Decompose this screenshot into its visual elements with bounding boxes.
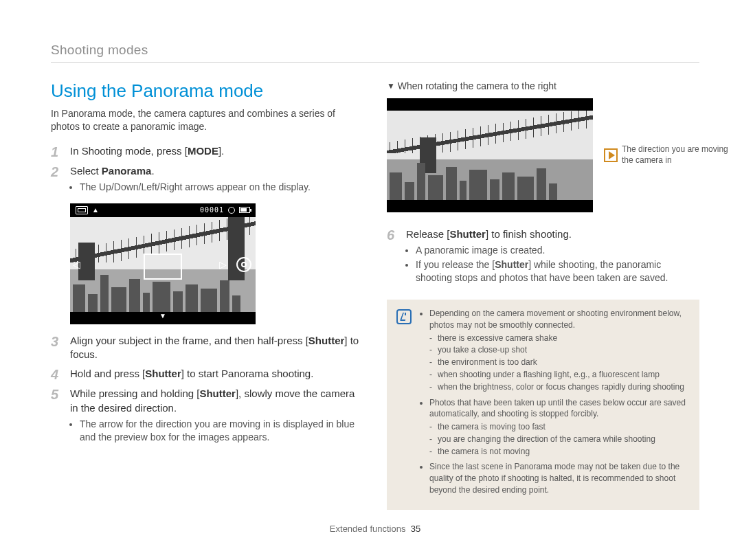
note-subitem: there is excessive camera shake — [429, 333, 690, 344]
caption-triangle-icon: ▼ — [387, 81, 395, 91]
display-topbar: ▲ 00001 — [70, 203, 256, 217]
step-6: 6 Release [Shutter] to finish shooting. … — [387, 227, 699, 289]
step-number: 2 — [51, 164, 70, 198]
step-text-tail: ] to start Panorama shooting. — [181, 368, 314, 379]
note-subitem: the camera is moving too fast — [429, 421, 690, 433]
shutter-label: Shutter — [495, 259, 528, 270]
shutter-label: Shutter — [308, 335, 345, 346]
step-text: Align your subject in the frame, and the… — [70, 335, 308, 346]
left-column: Using the Panorama mode In Panorama mode… — [51, 80, 363, 510]
note-content: Depending on the camera movement or shoo… — [420, 308, 690, 500]
section-title: Using the Panorama mode — [51, 80, 363, 102]
shutter-label: Shutter — [145, 368, 181, 379]
step-text: Hold and press [ — [70, 368, 145, 379]
step-text: Release [ — [406, 228, 449, 240]
down-arrow-icon: ▼ — [159, 312, 166, 320]
step-text-tail: ]. — [218, 145, 224, 157]
step-number: 6 — [387, 227, 406, 289]
direction-play-icon — [604, 148, 618, 162]
step-sub: The arrow for the direction you are movi… — [80, 418, 363, 444]
step-5: 5 While pressing and holding [Shutter], … — [51, 387, 363, 447]
note-subitem: when the brightness, color or focus chan… — [429, 381, 690, 393]
step-4: 4 Hold and press [Shutter] to start Pano… — [51, 367, 363, 381]
step-3: 3 Align your subject in the frame, and t… — [51, 334, 363, 362]
figure-caption: When rotating the camera to the right — [398, 80, 556, 91]
battery-icon — [239, 207, 250, 213]
camera-display-figure-2: The direction you are moving the camera … — [387, 98, 593, 212]
note-subitem: when shooting under a flashing light, e.… — [429, 369, 690, 381]
letterbox-top — [387, 98, 593, 111]
note-icon — [396, 309, 412, 324]
display-bottombar: ▼ — [70, 312, 256, 324]
right-arrow-icon: ▷ — [219, 259, 227, 270]
note-box: Depending on the camera movement or shoo… — [387, 300, 699, 510]
left-arrow-icon: ◁ — [73, 259, 80, 270]
shutter-label: Shutter — [199, 388, 236, 399]
skyline-graphic — [387, 161, 593, 200]
divider — [51, 62, 699, 63]
panorama-label: Panorama — [102, 165, 152, 177]
shutter-label: Shutter — [449, 228, 486, 240]
step-text-tail: ] to finish shooting. — [486, 228, 572, 240]
mode-key: MODE — [188, 145, 218, 157]
step-sub: If you release the [Shutter] while shoot… — [416, 258, 699, 284]
page-footer: Extended functions 35 — [51, 524, 699, 534]
scene-preview — [387, 111, 593, 200]
step-text: Select — [70, 165, 102, 177]
step-2: 2 Select Panorama. The Up/Down/Left/Righ… — [51, 164, 363, 198]
step-number: 5 — [51, 387, 70, 447]
note-item: Since the last scene in Panorama mode ma… — [429, 461, 690, 495]
up-arrow-icon: ▲ — [92, 206, 99, 214]
scene-preview: ◁ ▷ — [70, 217, 256, 312]
step-sub: The Up/Down/Left/Right arrows appear on … — [80, 181, 363, 194]
step-number: 3 — [51, 334, 70, 362]
step-1: 1 In Shooting mode, press [MODE]. — [51, 144, 363, 159]
step-sub: A panoramic image is created. — [416, 244, 699, 257]
steps-list-right: 6 Release [Shutter] to finish shooting. … — [387, 227, 699, 289]
note-subitem: the environment is too dark — [429, 357, 690, 368]
panorama-icon — [236, 257, 251, 272]
flash-icon — [228, 207, 235, 214]
footer-section: Extended functions — [330, 524, 406, 534]
note-item: Photos that have been taken up until the… — [429, 397, 690, 458]
step-text-tail: . — [151, 165, 154, 177]
mode-icon — [76, 206, 88, 214]
steps-list-cont: 3 Align your subject in the frame, and t… — [51, 334, 363, 448]
note-subitem: you take a close-up shot — [429, 344, 690, 356]
note-subitem: the camera is not moving — [429, 446, 690, 458]
step-text: While pressing and holding [ — [70, 388, 199, 399]
step-text: In Shooting mode, press [ — [70, 145, 188, 157]
camera-display-figure: ▲ 00001 — [70, 203, 256, 324]
letterbox-bottom — [387, 200, 593, 212]
bridge-cable-graphic — [387, 111, 593, 153]
intro-paragraph: In Panorama mode, the camera captures an… — [51, 107, 363, 133]
note-item: Depending on the camera movement or shoo… — [429, 308, 690, 393]
direction-callout: The direction you are moving the camera … — [622, 144, 739, 166]
two-column-layout: Using the Panorama mode In Panorama mode… — [51, 80, 699, 510]
right-column: ▼ When rotating the camera to the right … — [387, 80, 699, 510]
photo-counter: 00001 — [200, 206, 224, 214]
note-subitem: you are changing the direction of the ca… — [429, 434, 690, 445]
step-number: 4 — [51, 367, 70, 381]
steps-list: 1 In Shooting mode, press [MODE]. 2 Sele… — [51, 144, 363, 198]
page-number: 35 — [411, 524, 420, 534]
chapter-heading: Shooting modes — [51, 43, 699, 58]
manual-page: Shooting modes Using the Panorama mode I… — [0, 0, 742, 534]
step-number: 1 — [51, 144, 70, 159]
focus-box — [144, 254, 182, 280]
